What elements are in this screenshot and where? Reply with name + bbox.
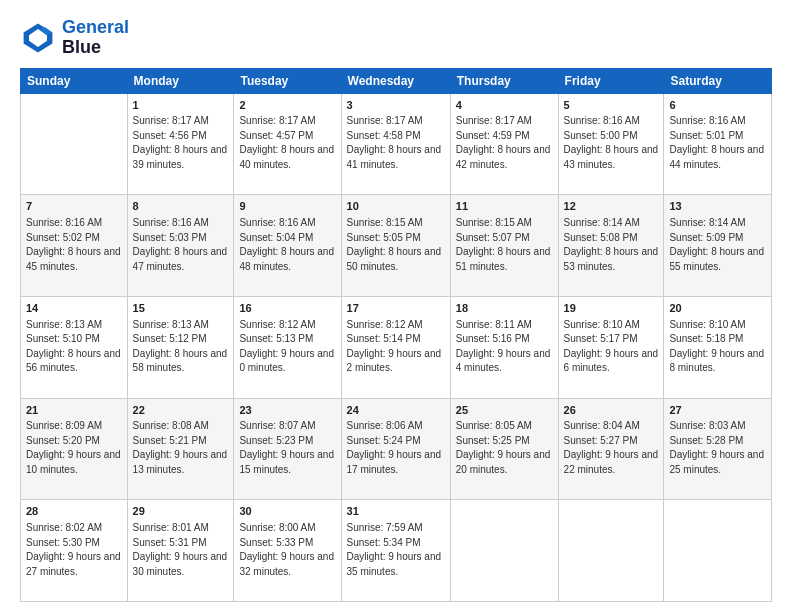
- daylight-text: Daylight: 9 hours and 13 minutes.: [133, 449, 228, 475]
- day-number: 15: [133, 301, 229, 316]
- sunrise-text: Sunrise: 8:16 AM: [239, 217, 315, 228]
- calendar-cell: [21, 93, 128, 195]
- sunset-text: Sunset: 5:28 PM: [669, 435, 743, 446]
- sunrise-text: Sunrise: 8:09 AM: [26, 420, 102, 431]
- calendar-cell: 29Sunrise: 8:01 AMSunset: 5:31 PMDayligh…: [127, 500, 234, 602]
- sunset-text: Sunset: 5:13 PM: [239, 333, 313, 344]
- day-number: 14: [26, 301, 122, 316]
- day-number: 24: [347, 403, 445, 418]
- daylight-text: Daylight: 9 hours and 32 minutes.: [239, 551, 334, 577]
- sunset-text: Sunset: 4:56 PM: [133, 130, 207, 141]
- calendar-cell: [664, 500, 772, 602]
- daylight-text: Daylight: 8 hours and 47 minutes.: [133, 246, 228, 272]
- calendar-cell: 1Sunrise: 8:17 AMSunset: 4:56 PMDaylight…: [127, 93, 234, 195]
- sunset-text: Sunset: 5:01 PM: [669, 130, 743, 141]
- sunrise-text: Sunrise: 8:16 AM: [564, 115, 640, 126]
- calendar-cell: 18Sunrise: 8:11 AMSunset: 5:16 PMDayligh…: [450, 296, 558, 398]
- sunset-text: Sunset: 5:16 PM: [456, 333, 530, 344]
- week-row-2: 7Sunrise: 8:16 AMSunset: 5:02 PMDaylight…: [21, 195, 772, 297]
- sunrise-text: Sunrise: 8:12 AM: [347, 319, 423, 330]
- daylight-text: Daylight: 9 hours and 17 minutes.: [347, 449, 442, 475]
- weekday-header-monday: Monday: [127, 68, 234, 93]
- day-number: 21: [26, 403, 122, 418]
- calendar-cell: 26Sunrise: 8:04 AMSunset: 5:27 PMDayligh…: [558, 398, 664, 500]
- calendar-cell: 4Sunrise: 8:17 AMSunset: 4:59 PMDaylight…: [450, 93, 558, 195]
- daylight-text: Daylight: 8 hours and 48 minutes.: [239, 246, 334, 272]
- daylight-text: Daylight: 9 hours and 4 minutes.: [456, 348, 551, 374]
- day-number: 13: [669, 199, 766, 214]
- day-number: 4: [456, 98, 553, 113]
- calendar-cell: [450, 500, 558, 602]
- sunset-text: Sunset: 5:21 PM: [133, 435, 207, 446]
- sunset-text: Sunset: 5:05 PM: [347, 232, 421, 243]
- calendar-cell: 6Sunrise: 8:16 AMSunset: 5:01 PMDaylight…: [664, 93, 772, 195]
- day-number: 7: [26, 199, 122, 214]
- daylight-text: Daylight: 8 hours and 58 minutes.: [133, 348, 228, 374]
- daylight-text: Daylight: 9 hours and 30 minutes.: [133, 551, 228, 577]
- sunset-text: Sunset: 5:23 PM: [239, 435, 313, 446]
- day-number: 27: [669, 403, 766, 418]
- calendar-cell: 12Sunrise: 8:14 AMSunset: 5:08 PMDayligh…: [558, 195, 664, 297]
- sunrise-text: Sunrise: 8:17 AM: [239, 115, 315, 126]
- calendar-cell: 5Sunrise: 8:16 AMSunset: 5:00 PMDaylight…: [558, 93, 664, 195]
- weekday-header-saturday: Saturday: [664, 68, 772, 93]
- calendar-cell: 28Sunrise: 8:02 AMSunset: 5:30 PMDayligh…: [21, 500, 128, 602]
- sunset-text: Sunset: 4:58 PM: [347, 130, 421, 141]
- weekday-header-row: SundayMondayTuesdayWednesdayThursdayFrid…: [21, 68, 772, 93]
- sunrise-text: Sunrise: 8:17 AM: [133, 115, 209, 126]
- day-number: 19: [564, 301, 659, 316]
- calendar-cell: 24Sunrise: 8:06 AMSunset: 5:24 PMDayligh…: [341, 398, 450, 500]
- sunset-text: Sunset: 5:09 PM: [669, 232, 743, 243]
- daylight-text: Daylight: 8 hours and 50 minutes.: [347, 246, 442, 272]
- calendar-cell: 19Sunrise: 8:10 AMSunset: 5:17 PMDayligh…: [558, 296, 664, 398]
- week-row-4: 21Sunrise: 8:09 AMSunset: 5:20 PMDayligh…: [21, 398, 772, 500]
- calendar-cell: 2Sunrise: 8:17 AMSunset: 4:57 PMDaylight…: [234, 93, 341, 195]
- day-number: 5: [564, 98, 659, 113]
- sunrise-text: Sunrise: 8:16 AM: [133, 217, 209, 228]
- calendar-cell: 3Sunrise: 8:17 AMSunset: 4:58 PMDaylight…: [341, 93, 450, 195]
- logo-general: General: [62, 18, 129, 38]
- logo-text: General Blue: [62, 18, 129, 58]
- sunrise-text: Sunrise: 8:04 AM: [564, 420, 640, 431]
- daylight-text: Daylight: 8 hours and 55 minutes.: [669, 246, 764, 272]
- sunset-text: Sunset: 5:31 PM: [133, 537, 207, 548]
- daylight-text: Daylight: 8 hours and 40 minutes.: [239, 144, 334, 170]
- day-number: 18: [456, 301, 553, 316]
- weekday-header-sunday: Sunday: [21, 68, 128, 93]
- sunrise-text: Sunrise: 8:08 AM: [133, 420, 209, 431]
- daylight-text: Daylight: 8 hours and 44 minutes.: [669, 144, 764, 170]
- sunrise-text: Sunrise: 8:07 AM: [239, 420, 315, 431]
- sunset-text: Sunset: 5:20 PM: [26, 435, 100, 446]
- day-number: 20: [669, 301, 766, 316]
- daylight-text: Daylight: 9 hours and 2 minutes.: [347, 348, 442, 374]
- daylight-text: Daylight: 9 hours and 20 minutes.: [456, 449, 551, 475]
- daylight-text: Daylight: 9 hours and 6 minutes.: [564, 348, 659, 374]
- calendar-cell: 13Sunrise: 8:14 AMSunset: 5:09 PMDayligh…: [664, 195, 772, 297]
- sunrise-text: Sunrise: 8:01 AM: [133, 522, 209, 533]
- sunrise-text: Sunrise: 8:13 AM: [133, 319, 209, 330]
- sunset-text: Sunset: 5:27 PM: [564, 435, 638, 446]
- day-number: 9: [239, 199, 335, 214]
- weekday-header-thursday: Thursday: [450, 68, 558, 93]
- daylight-text: Daylight: 8 hours and 42 minutes.: [456, 144, 551, 170]
- day-number: 23: [239, 403, 335, 418]
- week-row-5: 28Sunrise: 8:02 AMSunset: 5:30 PMDayligh…: [21, 500, 772, 602]
- calendar-cell: 21Sunrise: 8:09 AMSunset: 5:20 PMDayligh…: [21, 398, 128, 500]
- day-number: 30: [239, 504, 335, 519]
- calendar-cell: 16Sunrise: 8:12 AMSunset: 5:13 PMDayligh…: [234, 296, 341, 398]
- sunset-text: Sunset: 5:17 PM: [564, 333, 638, 344]
- calendar-cell: 23Sunrise: 8:07 AMSunset: 5:23 PMDayligh…: [234, 398, 341, 500]
- sunset-text: Sunset: 5:08 PM: [564, 232, 638, 243]
- daylight-text: Daylight: 8 hours and 43 minutes.: [564, 144, 659, 170]
- sunset-text: Sunset: 4:59 PM: [456, 130, 530, 141]
- day-number: 10: [347, 199, 445, 214]
- calendar-cell: 8Sunrise: 8:16 AMSunset: 5:03 PMDaylight…: [127, 195, 234, 297]
- daylight-text: Daylight: 8 hours and 56 minutes.: [26, 348, 121, 374]
- daylight-text: Daylight: 9 hours and 35 minutes.: [347, 551, 442, 577]
- day-number: 11: [456, 199, 553, 214]
- sunset-text: Sunset: 5:34 PM: [347, 537, 421, 548]
- sunset-text: Sunset: 5:03 PM: [133, 232, 207, 243]
- calendar-cell: 7Sunrise: 8:16 AMSunset: 5:02 PMDaylight…: [21, 195, 128, 297]
- calendar-cell: 27Sunrise: 8:03 AMSunset: 5:28 PMDayligh…: [664, 398, 772, 500]
- calendar-cell: [558, 500, 664, 602]
